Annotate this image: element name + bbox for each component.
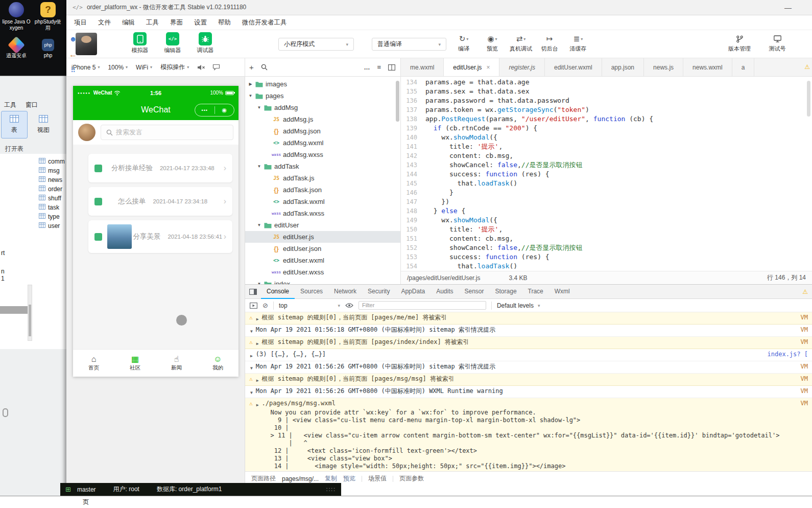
menu-文件[interactable]: 文件 — [92, 18, 116, 27]
copy-button[interactable]: 复制 — [325, 474, 337, 483]
expand-caret-icon[interactable]: ▼ — [250, 328, 253, 335]
collapse-all-icon[interactable]: ≡ — [377, 63, 381, 71]
debugger-tab-Audits[interactable]: Audits — [431, 285, 459, 299]
tabbar-item-首页[interactable]: ⌂首页 — [73, 350, 114, 377]
action-预览[interactable]: ◉▾预览 — [478, 33, 507, 53]
source-link[interactable]: VM — [795, 400, 808, 407]
menu-项目[interactable]: 项目 — [68, 18, 92, 27]
debugger-tab-Trace[interactable]: Trace — [522, 285, 549, 299]
page-params-label[interactable]: 页面参数 — [399, 474, 424, 483]
menu-工具[interactable]: 工具 — [140, 18, 164, 27]
tree-item-addTask.wxml[interactable]: <>addTask.wxml — [245, 196, 400, 207]
menu-微信开发者工具[interactable]: 微信开发者工具 — [236, 18, 293, 27]
clear-console-icon[interactable]: ⊘ — [262, 302, 268, 309]
mode-button-编辑器[interactable]: </>编辑器 — [160, 32, 185, 54]
expand-caret-icon[interactable]: ▶ — [256, 315, 259, 323]
action-编译[interactable]: ↻▾编译 — [449, 33, 478, 53]
tree-item-addTask.wxss[interactable]: wxssaddTask.wxss — [245, 207, 400, 219]
action-版本管理[interactable]: 版本管理 — [725, 33, 754, 53]
menu-编辑[interactable]: 编辑 — [116, 18, 140, 27]
tree-item-addMsg.json[interactable]: {}addMsg.json — [245, 125, 400, 137]
db-menu-tools[interactable]: 工具 — [4, 101, 16, 109]
console-row[interactable]: ▼Mon Apr 19 2021 01:56:26 GMT+0800 (中国标准… — [245, 386, 812, 398]
code-line[interactable]: 135params.sex = that.data.sex — [401, 87, 812, 96]
warning-indicator-icon[interactable]: ⚠ — [802, 288, 808, 295]
menu-dots-icon[interactable]: ••• — [195, 108, 214, 113]
console-row[interactable]: ▼Mon Apr 19 2021 01:56:26 GMT+0800 (中国标准… — [245, 361, 812, 374]
menu-界面[interactable]: 界面 — [164, 18, 188, 27]
search-files-icon[interactable] — [261, 64, 268, 71]
source-link[interactable]: VM — [795, 387, 808, 395]
mode-button-调试器[interactable]: 调试器 — [193, 32, 218, 54]
code-line[interactable]: 147 }) — [401, 197, 812, 206]
dock-icon[interactable] — [249, 289, 257, 295]
user-avatar[interactable] — [76, 33, 97, 55]
code-line[interactable]: 153 success: function (res) { — [401, 252, 812, 262]
expand-caret-icon[interactable]: ▶ — [256, 340, 259, 348]
code-line[interactable]: 150 title: '提示', — [401, 225, 812, 234]
debugger-tab-Sources[interactable]: Sources — [295, 285, 328, 299]
debugger-tab-Wxml[interactable]: Wxml — [549, 285, 576, 299]
log-levels-select[interactable]: Default levels ▾ — [497, 302, 540, 309]
filter-input[interactable]: Filter — [359, 301, 486, 310]
code-line[interactable]: 148 } else { — [401, 206, 812, 216]
console-row[interactable]: ⚠▶根据 sitemap 的规则[0]，当前页面 [pages/msg/msg]… — [245, 374, 812, 386]
tree-item-addTask.js[interactable]: JSaddTask.js — [245, 172, 400, 184]
db-table-order[interactable]: order — [0, 184, 66, 194]
action-测试号[interactable]: 测试号 — [763, 33, 792, 53]
tree-scrollbar[interactable] — [396, 81, 399, 122]
user-avatar-small[interactable] — [78, 124, 95, 141]
code-line[interactable]: 138app.PostRequest(params, "/user/editUs… — [401, 114, 812, 124]
tree-caret-icon[interactable]: ▼ — [256, 223, 262, 227]
tree-caret-icon[interactable]: ▼ — [247, 94, 254, 98]
desktop-icon-phpstudy-help[interactable]: ? phpStudy使用 — [33, 2, 63, 31]
console-row[interactable]: ▼Mon Apr 19 2021 01:56:18 GMT+0800 (中国标准… — [245, 325, 812, 337]
new-file-button[interactable]: + — [249, 63, 254, 72]
source-link[interactable]: VM — [795, 338, 808, 346]
desktop-icon-eclipse[interactable]: lipse Java Oxygen — [1, 2, 32, 31]
run-panel-icon[interactable] — [250, 303, 257, 309]
db-table-msg[interactable]: msg — [0, 166, 66, 175]
code-line[interactable]: 141 title: '提示', — [401, 142, 812, 151]
tabbar-item-我的[interactable]: ☺我的 — [197, 350, 238, 377]
tree-item-addTask[interactable]: ▼addTask — [245, 160, 400, 172]
menu-帮助[interactable]: 帮助 — [212, 18, 236, 27]
code-line[interactable]: 149 wx.showModal({ — [401, 216, 812, 225]
phone-simulator[interactable]: ●●●●● WeChat 1:56 100% WeChat ••• ◉ — [73, 86, 238, 377]
tree-item-addMsg.wxss[interactable]: wxssaddMsg.wxss — [245, 149, 400, 160]
code-line[interactable]: 139 if (cb.rtnCode == "200") { — [401, 124, 812, 133]
action-清缓存[interactable]: ≣▾清缓存 — [564, 33, 592, 53]
source-link[interactable]: VM — [795, 363, 808, 371]
sim-control-模拟操作[interactable]: 模拟操作▾ — [160, 63, 189, 72]
start-icon[interactable]: ⊞ — [65, 486, 71, 493]
expand-caret-icon[interactable]: ▶ — [256, 401, 259, 409]
tree-item-addMsg.js[interactable]: JSaddMsg.js — [245, 113, 400, 125]
tree-item-addMsg[interactable]: ▼addMsg — [245, 102, 400, 113]
tree-item-editUser.json[interactable]: {}editUser.json — [245, 243, 400, 255]
code-line[interactable]: 136params.password = that.data.password — [401, 96, 812, 105]
editor-tab-editUser.js[interactable]: editUser.js× — [444, 58, 499, 76]
scrollbar-thumb[interactable] — [29, 305, 31, 336]
db-views-button[interactable]: 视图 — [30, 111, 57, 138]
code-editor[interactable]: 134params.age = that.data.age135params.s… — [401, 77, 812, 271]
code-line[interactable]: 134params.age = that.data.age — [401, 78, 812, 87]
code-line[interactable]: 142 content: cb.msg, — [401, 151, 812, 160]
scene-value-label[interactable]: 场景值 — [368, 474, 387, 483]
tree-item-pages[interactable]: ▼pages — [245, 90, 400, 102]
titlebar[interactable]: </> order_platform_wx - 微信开发者工具 Stable v… — [66, 0, 812, 15]
db-menu-window[interactable]: 窗口 — [26, 101, 38, 109]
expand-caret-icon[interactable]: ▼ — [250, 364, 253, 372]
eye-icon[interactable] — [345, 303, 353, 308]
source-link[interactable]: VM — [795, 314, 808, 321]
tabbar-item-新闻[interactable]: ☝新闻 — [156, 350, 197, 377]
code-line[interactable]: 152 showCancel: false,//是否显示取消按钮 — [401, 243, 812, 252]
search-input[interactable]: 搜索发言 — [101, 125, 233, 140]
db-table-news[interactable]: news — [0, 175, 66, 184]
db-table-type[interactable]: type — [0, 212, 66, 221]
expand-caret-icon[interactable]: ▶ — [256, 377, 259, 384]
code-line[interactable]: 154 that.loadTask() — [401, 262, 812, 271]
code-line[interactable]: 143 showCancel: false,//是否显示取消按钮 — [401, 160, 812, 170]
db-table-user[interactable]: user — [0, 221, 66, 230]
code-line[interactable]: 144 success: function (res) { — [401, 170, 812, 179]
console-output[interactable]: ⚠▶根据 sitemap 的规则[0]，当前页面 [pages/me/me] 将… — [245, 312, 812, 471]
